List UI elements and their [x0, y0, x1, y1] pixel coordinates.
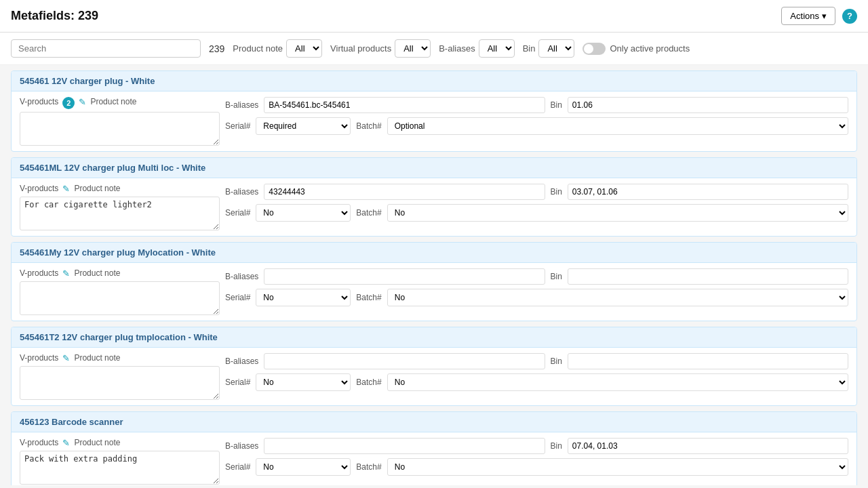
product-note-label: Product note	[74, 353, 120, 363]
serial-label: Serial#	[225, 378, 250, 387]
bin-label: Bin	[551, 272, 562, 281]
b-aliases-label: B-aliases	[225, 357, 258, 366]
bin-filter-select[interactable]: All	[538, 39, 574, 58]
chevron-down-icon: ▾	[822, 11, 827, 21]
serial-label: Serial#	[225, 121, 250, 131]
serial-select[interactable]: NoRequiredOptional	[256, 289, 351, 306]
virtual-products-filter-select[interactable]: All	[395, 39, 431, 58]
batch-select[interactable]: NoRequiredOptional	[387, 458, 848, 476]
product-note-textarea[interactable]	[20, 366, 220, 400]
product-note-label: Product note	[90, 97, 136, 106]
product-section: 545461T2 12V charger plug tmplocation - …	[11, 327, 857, 406]
v-products-label: V-products	[20, 353, 58, 363]
bin-filter-label: Bin	[523, 43, 536, 54]
batch-label: Batch#	[356, 378, 381, 387]
bin-input[interactable]	[568, 97, 848, 113]
v-products-label: V-products	[20, 97, 58, 106]
product-section: 545461 12V charger plug - WhiteV-product…	[11, 70, 857, 152]
batch-label: Batch#	[356, 462, 381, 472]
b-aliases-input[interactable]	[264, 268, 545, 285]
v-products-row: V-products✎Product note	[20, 268, 220, 279]
v-products-label: V-products	[20, 184, 58, 193]
bin-input[interactable]	[568, 438, 848, 454]
bin-label: Bin	[551, 441, 562, 451]
batch-select[interactable]: NoRequiredOptional	[387, 117, 848, 135]
b-aliases-input[interactable]	[264, 97, 545, 113]
batch-select[interactable]: NoRequiredOptional	[387, 204, 848, 222]
help-icon[interactable]: ?	[842, 9, 857, 24]
b-aliases-input[interactable]	[264, 184, 545, 200]
bin-label: Bin	[551, 357, 562, 366]
b-aliases-input[interactable]	[264, 438, 545, 454]
edit-icon[interactable]: ✎	[62, 353, 70, 363]
serial-label: Serial#	[225, 208, 250, 218]
product-note-label: Product note	[74, 268, 120, 278]
serial-label: Serial#	[225, 462, 250, 472]
serial-select[interactable]: NoRequiredOptional	[256, 204, 351, 222]
v-products-label: V-products	[20, 268, 58, 278]
edit-icon[interactable]: ✎	[62, 184, 70, 194]
main-content: 545461 12V charger plug - WhiteV-product…	[0, 65, 868, 485]
batch-label: Batch#	[356, 293, 381, 302]
page-header: Metafields: 239 Actions ▾ ?	[0, 0, 868, 33]
active-products-toggle[interactable]	[583, 43, 606, 55]
product-note-label: Product note	[74, 438, 120, 447]
product-note-textarea[interactable]	[20, 112, 220, 146]
serial-select[interactable]: NoRequiredOptional	[256, 458, 351, 476]
batch-label: Batch#	[356, 121, 381, 131]
serial-label: Serial#	[225, 293, 250, 302]
actions-button[interactable]: Actions ▾	[781, 7, 835, 25]
b-aliases-label: B-aliases	[225, 187, 258, 197]
product-note-filter-select[interactable]: All	[286, 39, 322, 58]
v-products-row: V-products✎Product note	[20, 438, 220, 448]
serial-select[interactable]: NoRequiredOptional	[256, 373, 351, 391]
product-note-textarea[interactable]: Pack with extra padding	[20, 451, 220, 485]
product-header: 545461 12V charger plug - White	[12, 71, 856, 92]
batch-label: Batch#	[356, 208, 381, 218]
bin-label: Bin	[551, 187, 562, 197]
product-section: 456123 Barcode scannerV-products✎Product…	[11, 411, 857, 485]
active-products-label: Only active products	[610, 43, 690, 54]
product-header: 545461ML 12V charger plug Multi loc - Wh…	[12, 158, 856, 178]
product-header: 545461My 12V charger plug Mylocation - W…	[12, 243, 856, 263]
serial-select[interactable]: NoRequiredOptional	[256, 117, 351, 135]
product-body: V-products2✎Product noteB-aliasesBinSeri…	[12, 92, 856, 151]
b-aliases-label: B-aliases	[225, 272, 258, 281]
b-aliases-input[interactable]	[264, 353, 545, 369]
product-body: V-products✎Product noteB-aliasesBinSeria…	[12, 263, 856, 321]
edit-icon[interactable]: ✎	[62, 268, 70, 279]
edit-icon[interactable]: ✎	[79, 97, 86, 107]
product-note-textarea[interactable]: For car cigarette lighter2	[20, 197, 220, 230]
product-body: V-products✎Product noteB-aliasesBinSeria…	[12, 348, 856, 405]
product-note-label: Product note	[74, 184, 120, 193]
batch-select[interactable]: NoRequiredOptional	[387, 289, 848, 306]
b-aliases-filter-select[interactable]: All	[479, 39, 515, 58]
product-note-textarea[interactable]	[20, 281, 220, 315]
page-title: Metafields: 239	[11, 9, 98, 23]
virtual-products-filter-label: Virtual products	[330, 43, 391, 54]
bin-input[interactable]	[568, 184, 848, 200]
product-note-filter-label: Product note	[233, 43, 283, 54]
edit-icon[interactable]: ✎	[62, 438, 70, 448]
bin-label: Bin	[551, 100, 562, 110]
product-body: V-products✎Product notePack with extra p…	[12, 432, 856, 485]
toolbar: 239 Product note All Virtual products Al…	[0, 33, 868, 65]
actions-label: Actions	[790, 11, 819, 21]
v-products-badge: 2	[62, 97, 75, 109]
v-products-row: V-products2✎Product note	[20, 97, 220, 109]
product-section: 545461My 12V charger plug Mylocation - W…	[11, 242, 857, 321]
bin-input[interactable]	[568, 353, 848, 369]
v-products-row: V-products✎Product note	[20, 184, 220, 194]
count-badge: 239	[209, 43, 224, 54]
search-input[interactable]	[11, 39, 201, 58]
b-aliases-label: B-aliases	[225, 441, 258, 451]
b-aliases-filter-label: B-aliases	[439, 43, 475, 54]
product-header: 545461T2 12V charger plug tmplocation - …	[12, 327, 856, 348]
product-section: 545461ML 12V charger plug Multi loc - Wh…	[11, 157, 857, 237]
product-body: V-products✎Product noteFor car cigarette…	[12, 178, 856, 236]
batch-select[interactable]: NoRequiredOptional	[387, 373, 848, 391]
b-aliases-label: B-aliases	[225, 100, 258, 110]
v-products-row: V-products✎Product note	[20, 353, 220, 363]
bin-input[interactable]	[568, 268, 848, 285]
product-header: 456123 Barcode scanner	[12, 412, 856, 432]
